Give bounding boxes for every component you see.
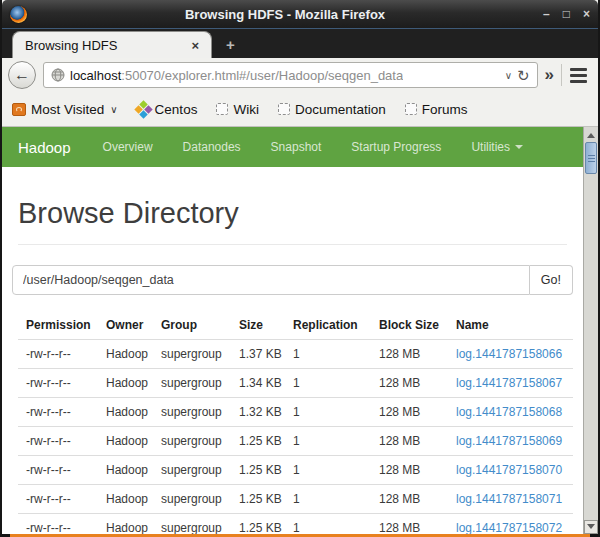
centos-icon [134, 100, 152, 118]
hadoop-navbar: Hadoop Overview Datanodes Snapshot Start… [2, 127, 583, 167]
scrollbar-thumb[interactable] [585, 142, 597, 174]
file-link[interactable]: log.1441787158068 [456, 405, 562, 419]
url-bar[interactable]: localhost :50070/explorer.html#/user/Had… [43, 62, 538, 88]
most-visited-folder-icon [12, 103, 26, 116]
overflow-chevron-icon[interactable]: » [545, 65, 554, 85]
table-cell: 128 MB [371, 369, 448, 398]
firefox-icon [10, 6, 27, 23]
vertical-scrollbar[interactable] [583, 127, 598, 534]
back-button[interactable]: ← [8, 61, 36, 89]
globe-icon [51, 68, 65, 82]
scroll-up-icon[interactable] [584, 127, 598, 141]
table-row: -rw-r--r--Hadoopsupergroup1.32 KB1128 MB… [18, 398, 573, 427]
browser-viewport: Hadoop Overview Datanodes Snapshot Start… [2, 127, 598, 534]
table-cell: supergroup [153, 456, 231, 485]
table-row: -rw-r--r--Hadoopsupergroup1.25 KB1128 MB… [18, 485, 573, 514]
tab-close-icon[interactable]: × [191, 38, 199, 53]
bookmark-documentation[interactable]: Documentation [278, 102, 386, 117]
new-tab-icon[interactable]: + [226, 37, 235, 52]
file-link[interactable]: log.1441787158069 [456, 434, 562, 448]
nav-link-utilities-label: Utilities [471, 140, 510, 154]
nav-link-datanodes[interactable]: Datanodes [183, 140, 241, 154]
url-history-dropdown-icon[interactable]: ∨ [505, 70, 512, 81]
back-icon: ← [14, 66, 30, 84]
file-link[interactable]: log.1441787158071 [456, 492, 562, 506]
close-icon[interactable]: × [583, 8, 590, 20]
window-controls: – □ × [543, 8, 590, 20]
path-input-group: Go! [12, 265, 573, 295]
table-cell: -rw-r--r-- [18, 456, 98, 485]
table-cell: 128 MB [371, 398, 448, 427]
nav-link-overview[interactable]: Overview [103, 140, 153, 154]
bookmark-label: Centos [155, 102, 198, 117]
bookmark-forums[interactable]: Forums [405, 102, 468, 117]
bookmark-centos[interactable]: Centos [137, 102, 198, 117]
table-cell: 1.25 KB [231, 514, 285, 535]
table-cell: -rw-r--r-- [18, 427, 98, 456]
hdfs-page: Hadoop Overview Datanodes Snapshot Start… [2, 127, 583, 534]
table-cell: -rw-r--r-- [18, 369, 98, 398]
table-row: -rw-r--r--Hadoopsupergroup1.25 KB1128 MB… [18, 456, 573, 485]
table-cell: Hadoop [98, 427, 153, 456]
window-title: Browsing HDFS - Mozilla Firefox [27, 7, 543, 22]
file-link[interactable]: log.1441787158066 [456, 347, 562, 361]
table-cell: 1 [285, 514, 371, 535]
table-cell: log.1441787158066 [448, 340, 573, 369]
bookmark-label: Documentation [295, 102, 386, 117]
bookmarks-bar: Most Visited ∨ Centos Wiki Documentation… [2, 92, 598, 127]
table-cell: Hadoop [98, 369, 153, 398]
bookmark-wiki[interactable]: Wiki [216, 102, 259, 117]
navigation-toolbar: ← localhost :50070/explorer.html#/user/H… [2, 58, 598, 92]
directory-path-input[interactable] [12, 265, 530, 295]
nav-link-startup-progress[interactable]: Startup Progress [351, 140, 441, 154]
navbar-brand-hadoop[interactable]: Hadoop [18, 139, 71, 156]
col-name: Name [448, 311, 573, 340]
table-cell: 128 MB [371, 485, 448, 514]
table-cell: Hadoop [98, 340, 153, 369]
table-row: -rw-r--r--Hadoopsupergroup1.25 KB1128 MB… [18, 514, 573, 535]
hamburger-menu-icon[interactable] [569, 66, 588, 85]
table-cell: log.1441787158072 [448, 514, 573, 535]
maximize-icon[interactable]: □ [563, 8, 570, 20]
table-cell: 1.32 KB [231, 398, 285, 427]
table-cell: 1.25 KB [231, 427, 285, 456]
table-cell: supergroup [153, 369, 231, 398]
bookmark-placeholder-icon [405, 103, 417, 115]
table-cell: 1 [285, 369, 371, 398]
tab-title: Browsing HDFS [25, 38, 183, 53]
page-body: Browse Directory Go! Permission Owner [2, 167, 583, 534]
tab-bar: Browsing HDFS × + [2, 28, 598, 58]
nav-link-snapshot[interactable]: Snapshot [271, 140, 322, 154]
table-cell: 1 [285, 456, 371, 485]
bookmark-placeholder-icon [216, 103, 228, 115]
col-block-size: Block Size [371, 311, 448, 340]
chevron-down-icon: ∨ [110, 104, 117, 115]
nav-link-utilities[interactable]: Utilities [471, 140, 523, 154]
file-table: Permission Owner Group Size Replication … [18, 311, 573, 534]
reload-icon[interactable]: ↻ [517, 68, 530, 83]
file-link[interactable]: log.1441787158067 [456, 376, 562, 390]
table-cell: log.1441787158068 [448, 398, 573, 427]
col-group: Group [153, 311, 231, 340]
tab-browsing-hdfs[interactable]: Browsing HDFS × [12, 31, 212, 58]
table-cell: supergroup [153, 427, 231, 456]
table-cell: -rw-r--r-- [18, 398, 98, 427]
go-button[interactable]: Go! [530, 265, 573, 295]
table-cell: 128 MB [371, 456, 448, 485]
file-link[interactable]: log.1441787158072 [456, 521, 562, 534]
navbar-links: Overview Datanodes Snapshot Startup Prog… [103, 140, 524, 154]
bookmark-label: Most Visited [31, 102, 104, 117]
bookmark-most-visited[interactable]: Most Visited ∨ [12, 102, 118, 117]
table-cell: 1.25 KB [231, 456, 285, 485]
scroll-down-icon[interactable] [584, 520, 598, 534]
table-cell: log.1441787158070 [448, 456, 573, 485]
table-cell: -rw-r--r-- [18, 485, 98, 514]
bookmark-label: Forums [422, 102, 468, 117]
minimize-icon[interactable]: – [543, 8, 550, 20]
table-cell: supergroup [153, 485, 231, 514]
page-title: Browse Directory [18, 197, 567, 230]
table-cell: 1 [285, 427, 371, 456]
table-cell: 1.34 KB [231, 369, 285, 398]
file-link[interactable]: log.1441787158070 [456, 463, 562, 477]
col-size: Size [231, 311, 285, 340]
